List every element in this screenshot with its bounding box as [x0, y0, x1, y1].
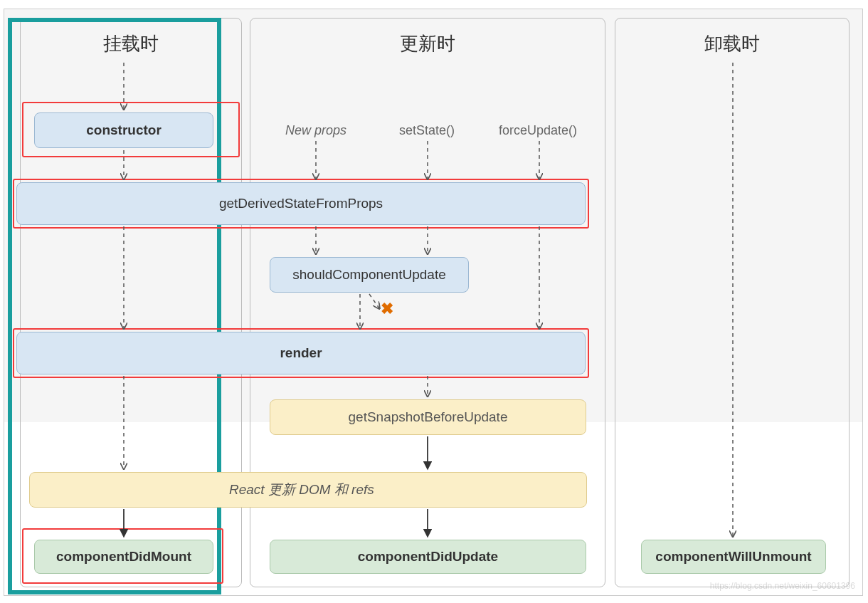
column-update-title: 更新时: [250, 31, 605, 56]
box-constructor: constructor: [34, 112, 213, 148]
watermark: https://blog.csdn.net/weixin_60601396: [710, 581, 855, 591]
box-componentdidupdate: componentDidUpdate: [270, 540, 586, 574]
box-render: render: [16, 332, 586, 374]
column-unmount-title: 卸载时: [615, 31, 849, 56]
box-componentdidmount: componentDidMount: [34, 540, 213, 574]
box-react-update: React 更新 DOM 和 refs: [29, 472, 587, 508]
x-icon: ✖: [381, 300, 393, 318]
box-shouldcomponentupdate: shouldComponentUpdate: [270, 257, 469, 293]
column-unmount: 卸载时: [615, 18, 850, 587]
label-forceupdate: forceUpdate(): [499, 123, 577, 138]
column-mount-title: 挂载时: [21, 31, 241, 56]
box-getsnapshotbeforeupdate: getSnapshotBeforeUpdate: [270, 399, 586, 435]
box-componentwillunmount: componentWillUnmount: [641, 540, 826, 574]
diagram-container: 挂载时 更新时 卸载时 constructor getDerivedStateF…: [4, 9, 863, 596]
label-setstate: setState(): [399, 123, 455, 138]
label-new-props: New props: [285, 123, 346, 138]
box-getderivedstatefromprops: getDerivedStateFromProps: [16, 182, 586, 225]
